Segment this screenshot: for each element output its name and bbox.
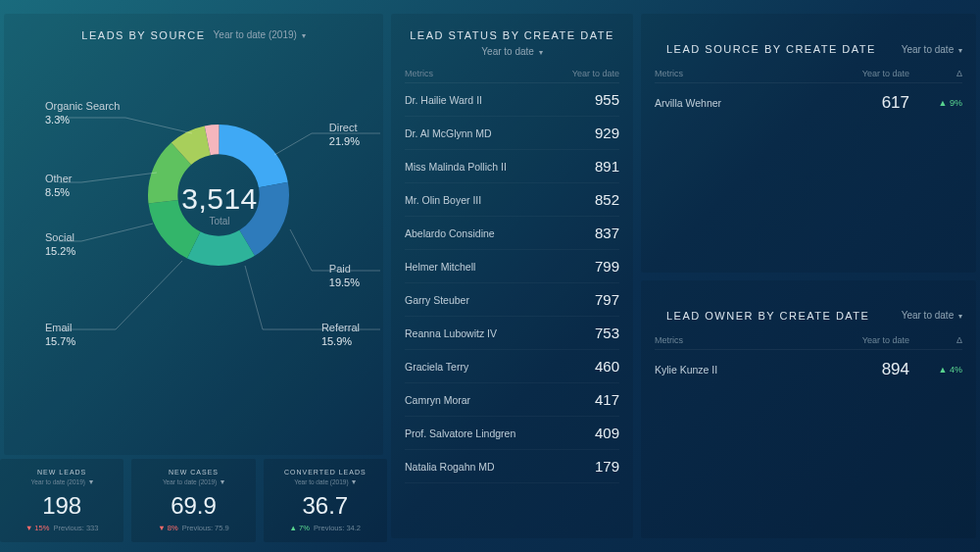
col-header-delta: Δ (923, 69, 962, 78)
table-row: Reanna Lubowitz IV 753 (405, 317, 619, 350)
table-row: Dr. Al McGlynn MD 929 (405, 117, 619, 150)
arrow-down-icon: ▼ (25, 524, 34, 532)
col-header-value: Year to date (835, 69, 923, 78)
lead-source-period-dropdown[interactable]: Year to date ▾ (902, 44, 962, 55)
arrow-up-icon: ▲ (290, 524, 299, 532)
donut-center: 3,514 Total (161, 182, 278, 226)
kpi-previous: Previous: 34.2 (314, 524, 361, 532)
row-delta: ▲ 4% (923, 365, 962, 375)
row-value: 852 (595, 191, 619, 208)
row-name: Camryn Morar (405, 394, 470, 406)
chevron-down-icon: ▾ (537, 48, 543, 57)
kpi-card: NEW LEADS Year to date (2019) ▾ 198 ▼15%… (0, 459, 123, 542)
chevron-down-icon: ▾ (300, 31, 306, 40)
row-value: 460 (595, 358, 619, 375)
arrow-down-icon: ▼ (158, 524, 167, 532)
period-label: Year to date (2019) (214, 29, 297, 40)
row-value: 417 (595, 391, 619, 408)
row-value: 799 (595, 258, 619, 275)
chevron-down-icon: ▾ (219, 477, 224, 486)
lead-status-card: LEAD STATUS BY CREATE DATE Year to date … (391, 14, 633, 538)
lead-status-title: LEAD STATUS BY CREATE DATE (405, 24, 619, 45)
col-header-metrics: Metrics (655, 335, 835, 345)
kpi-footer: ▼15% Previous: 333 (8, 524, 116, 532)
row-name: Graciela Terry (405, 361, 468, 373)
row-name: Arvilla Wehner (655, 97, 835, 109)
lead-source-title: LEAD SOURCE BY CREATE DATE (655, 43, 876, 55)
kpi-value: 69.9 (139, 492, 247, 520)
kpi-card: CONVERTED LEADS Year to date (2019) ▾ 36… (264, 459, 387, 542)
lead-owner-period-dropdown[interactable]: Year to date ▾ (902, 310, 962, 321)
lead-owner-title: LEAD OWNER BY CREATE DATE (655, 310, 869, 322)
table-row: Garry Steuber 797 (405, 283, 619, 317)
table-row: Kylie Kunze II 894 ▲ 4% (655, 350, 962, 389)
row-value: 797 (595, 291, 619, 308)
chevron-down-icon: ▾ (350, 477, 356, 486)
donut-total-label: Total (161, 216, 278, 226)
row-value: 955 (595, 91, 619, 108)
table-row: Helmer Mitchell 799 (405, 250, 619, 283)
row-value: 837 (595, 225, 619, 241)
row-value: 179 (595, 458, 619, 475)
row-value: 891 (595, 158, 619, 175)
row-name: Helmer Mitchell (405, 261, 475, 273)
segment-label-paid: Paid 19.5% (329, 263, 360, 290)
kpi-period-dropdown[interactable]: Year to date (2019) ▾ (8, 477, 116, 486)
leads-by-source-title: LEADS BY SOURCE (81, 24, 205, 45)
col-header-metrics: Metrics (655, 69, 835, 78)
segment-label-direct: Direct 21.9% (329, 122, 360, 149)
kpi-value: 198 (8, 492, 116, 520)
segment-label-social: Social 15.2% (45, 231, 75, 259)
kpi-row: NEW LEADS Year to date (2019) ▾ 198 ▼15%… (0, 459, 387, 542)
row-name: Reanna Lubowitz IV (405, 327, 497, 339)
row-name: Dr. Hailie Ward II (405, 94, 482, 106)
chevron-down-icon: ▾ (956, 46, 962, 55)
lead-source-card: LEAD SOURCE BY CREATE DATE Year to date … (641, 14, 976, 273)
kpi-footer: ▼8% Previous: 75.9 (139, 524, 247, 532)
row-name: Kylie Kunze II (655, 364, 835, 376)
row-name: Garry Steuber (405, 294, 469, 306)
arrow-up-icon: ▲ (939, 98, 948, 108)
table-row: Miss Malinda Pollich II 891 (405, 150, 619, 183)
row-name: Dr. Al McGlynn MD (405, 127, 492, 139)
col-header-value: Year to date (835, 335, 923, 345)
table-row: Arvilla Wehner 617 ▲ 9% (655, 83, 962, 123)
col-header-metrics: Metrics (405, 69, 433, 78)
arrow-up-icon: ▲ (939, 365, 948, 375)
leads-by-source-period-dropdown[interactable]: Year to date (2019) ▾ (214, 29, 306, 40)
lead-status-period-dropdown[interactable]: Year to date ▾ (481, 46, 542, 57)
table-row: Abelardo Considine 837 (405, 217, 619, 250)
segment-label-other: Other 8.5% (45, 173, 73, 200)
kpi-title: CONVERTED LEADS (271, 469, 379, 476)
row-value: 894 (835, 360, 923, 379)
kpi-period-dropdown[interactable]: Year to date (2019) ▾ (139, 477, 247, 486)
col-header-value: Year to date (572, 69, 619, 78)
row-name: Mr. Olin Boyer III (405, 194, 481, 206)
table-row: Graciela Terry 460 (405, 350, 619, 383)
kpi-title: NEW CASES (139, 469, 247, 476)
segment-label-email: Email 15.7% (45, 322, 75, 349)
row-name: Natalia Rogahn MD (405, 461, 495, 473)
kpi-previous: Previous: 333 (54, 524, 99, 532)
table-row: Camryn Morar 417 (405, 383, 619, 417)
row-name: Prof. Salvatore Lindgren (405, 427, 515, 439)
donut-total-value: 3,514 (161, 182, 278, 216)
segment-label-organic: Organic Search 3.3% (45, 100, 120, 127)
row-name: Miss Malinda Pollich II (405, 161, 507, 173)
row-name: Abelardo Considine (405, 227, 495, 239)
kpi-period-dropdown[interactable]: Year to date (2019) ▾ (271, 477, 379, 486)
row-value: 929 (595, 125, 619, 141)
col-header-delta: Δ (923, 335, 962, 345)
leads-by-source-card: LEADS BY SOURCE Year to date (2019) ▾ (4, 14, 383, 455)
kpi-value: 36.7 (271, 492, 379, 520)
lead-owner-card: LEAD OWNER BY CREATE DATE Year to date ▾… (641, 280, 976, 539)
row-value: 617 (835, 93, 923, 113)
table-row: Dr. Hailie Ward II 955 (405, 83, 619, 117)
chevron-down-icon: ▾ (87, 477, 93, 486)
kpi-card: NEW CASES Year to date (2019) ▾ 69.9 ▼8%… (131, 459, 255, 542)
row-value: 753 (595, 325, 619, 341)
kpi-previous: Previous: 75.9 (182, 524, 229, 532)
table-row: Natalia Rogahn MD 179 (405, 450, 619, 483)
chevron-down-icon: ▾ (956, 312, 962, 321)
kpi-footer: ▲7% Previous: 34.2 (271, 524, 379, 532)
